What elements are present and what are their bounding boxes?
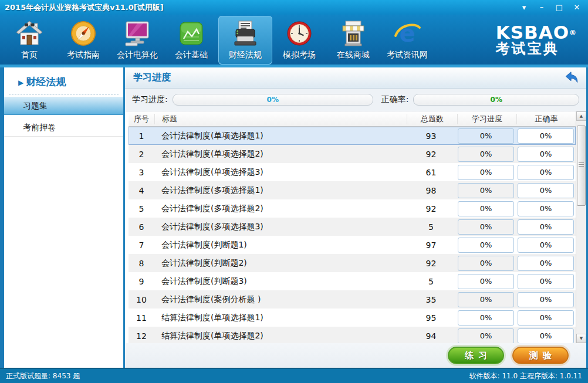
row-title: 结算法律制度(单项选择题1) [154, 313, 406, 323]
toolbar-item-label: 会计基础 [175, 50, 208, 60]
row-number: 11 [129, 313, 154, 323]
progress-table: 序号 标题 总题数 学习进度 正确率 1 会计法律制度(单项选择题1) 93 0… [129, 111, 576, 343]
row-accuracy-cell[interactable]: 0% [518, 128, 574, 144]
practice-button[interactable]: 练习 [448, 347, 504, 364]
toolbar-item-accounting-basics[interactable]: 会计基础 [164, 16, 218, 65]
table-body: 1 会计法律制度(单项选择题1) 93 0% 0% 2 会计法律制度(单项选择题… [129, 127, 576, 345]
row-title: 结算法律制度(单项选择题2) [154, 331, 406, 341]
status-version-info: 软件版本: 11.0 主程序版本: 1.0.11 [469, 371, 582, 381]
row-title: 会计法律制度(案例分析题 ) [154, 294, 406, 305]
toolbar-item-mock-exam[interactable]: 模拟考场 [272, 16, 326, 65]
row-accuracy-cell[interactable]: 0% [518, 238, 574, 253]
row-progress-cell[interactable]: 0% [458, 328, 514, 344]
status-question-count: 正式版试题量: 8453 题 [6, 371, 80, 381]
toolbar-item-home[interactable]: 首页 [2, 16, 56, 65]
row-progress-cell[interactable]: 0% [458, 219, 514, 235]
row-accuracy-cell[interactable]: 0% [518, 219, 574, 235]
row-progress-cell[interactable]: 0% [458, 310, 514, 326]
table-row[interactable]: 5 会计法律制度(多项选择题2) 92 0% 0% [129, 199, 576, 218]
main-toolbar: 首页 考试指南 [0, 15, 588, 65]
row-title: 会计法律制度(多项选择题3) [154, 222, 406, 232]
row-progress-cell[interactable]: 0% [458, 256, 514, 271]
row-progress-cell[interactable]: 0% [458, 292, 514, 307]
table-row[interactable]: 11 结算法律制度(单项选择题1) 95 0% 0% [129, 309, 576, 327]
row-progress-cell[interactable]: 0% [458, 201, 514, 216]
minimize-button[interactable]: – [535, 2, 548, 13]
table-row[interactable]: 2 会计法律制度(单项选择题2) 92 0% 0% [129, 145, 576, 163]
table-row[interactable]: 8 会计法律制度(判断题2) 92 0% 0% [129, 254, 576, 272]
row-total-questions: 61 [406, 168, 456, 177]
row-accuracy-cell[interactable]: 0% [518, 274, 574, 289]
row-total-questions: 97 [406, 240, 456, 250]
row-number: 5 [129, 204, 154, 213]
row-progress-cell[interactable]: 0% [458, 128, 514, 144]
row-number: 1 [129, 131, 154, 141]
header-no: 序号 [129, 114, 155, 124]
table-row[interactable]: 9 会计法律制度(判断题3) 5 0% 0% [129, 272, 576, 290]
row-total-questions: 35 [406, 295, 456, 304]
window-title: 2015年会计从业资格考试宝典v11.0[试用版] [0, 2, 518, 13]
row-progress-cell[interactable]: 0% [458, 238, 514, 253]
scroll-down-icon[interactable]: ▼ [576, 334, 586, 343]
table-row[interactable]: 10 会计法律制度(案例分析题 ) 35 0% 0% [129, 290, 576, 309]
table-row[interactable]: 12 结算法律制度(单项选择题2) 94 0% 0% [129, 327, 576, 345]
row-total-questions: 95 [406, 313, 456, 323]
toolbar-item-finance-regulations[interactable]: 财经法规 [218, 16, 272, 65]
toolbar-item-label: 考试资讯网 [387, 50, 428, 60]
close-button[interactable]: ✕ [570, 2, 583, 13]
toolbar-item-exam-news-site[interactable]: e 考试资讯网 [380, 16, 434, 65]
vertical-scrollbar[interactable]: ▲ ▼ [576, 111, 586, 343]
row-progress-cell[interactable]: 0% [458, 147, 514, 162]
row-accuracy-cell[interactable]: 0% [518, 256, 574, 271]
header-title: 标题 [155, 114, 407, 124]
row-accuracy-cell[interactable]: 0% [518, 201, 574, 216]
maximize-button[interactable]: □ [553, 2, 566, 13]
row-accuracy-cell[interactable]: 0% [518, 328, 574, 344]
row-number: 7 [129, 240, 154, 250]
title-bar: 2015年会计从业资格考试宝典v11.0[试用版] ▾ – □ ✕ [0, 0, 588, 15]
sidebar-item-exercise-set[interactable]: 习题集 [4, 97, 123, 115]
row-title: 会计法律制度(单项选择题1) [154, 131, 406, 141]
row-progress-cell[interactable]: 0% [458, 165, 514, 180]
row-accuracy-cell[interactable]: 0% [518, 310, 574, 326]
row-accuracy-cell[interactable]: 0% [518, 165, 574, 180]
row-accuracy-cell[interactable]: 0% [518, 147, 574, 162]
row-number: 2 [129, 150, 154, 159]
toolbar-item-exam-guide[interactable]: 考试指南 [56, 16, 110, 65]
table-row[interactable]: 1 会计法律制度(单项选择题1) 93 0% 0% [129, 127, 576, 145]
sidebar-header: ▶财经法规 [9, 67, 119, 94]
row-total-questions: 92 [406, 259, 456, 268]
table-row[interactable]: 4 会计法律制度(多项选择题1) 98 0% 0% [129, 181, 576, 199]
table-row[interactable]: 6 会计法律制度(多项选择题3) 5 0% 0% [129, 218, 576, 236]
row-title: 会计法律制度(多项选择题1) [154, 185, 406, 196]
table-row[interactable]: 3 会计法律制度(单项选择题3) 61 0% 0% [129, 163, 576, 181]
action-button-row: 练习 测验 [125, 343, 586, 368]
content-panel: 学习进度 学习进度: 0% 正确率: 0% 序号 标题 总 [125, 67, 586, 368]
accuracy-value: 0% [491, 96, 502, 104]
row-progress-cell[interactable]: 0% [458, 183, 514, 198]
logo-brand-text: KSBAO [496, 22, 569, 43]
study-progress-bar: 0% [173, 94, 373, 106]
test-button[interactable]: 测验 [512, 347, 569, 364]
triangle-arrow-icon: ▶ [18, 79, 23, 87]
row-accuracy-cell[interactable]: 0% [518, 183, 574, 198]
logo-subtitle: 考试宝典 [496, 42, 576, 56]
sidebar: ▶财经法规 习题集 考前押卷 [0, 67, 125, 368]
scroll-up-icon[interactable]: ▲ [576, 111, 586, 121]
row-progress-cell[interactable]: 0% [458, 274, 514, 289]
sidebar-item-pre-exam-papers[interactable]: 考前押卷 [4, 118, 123, 137]
table-row[interactable]: 7 会计法律制度(判断题1) 97 0% 0% [129, 236, 576, 254]
row-title: 会计法律制度(单项选择题3) [154, 167, 406, 178]
status-bar: 正式版试题量: 8453 题 软件版本: 11.0 主程序版本: 1.0.11 [0, 368, 588, 383]
row-number: 12 [129, 331, 154, 341]
toolbar-item-computerized-accounting[interactable]: 会计电算化 [110, 16, 164, 65]
skin-menu-button[interactable]: ▾ [518, 2, 530, 13]
scrollbar-thumb[interactable] [577, 126, 586, 206]
accuracy-bar: 0% [413, 94, 579, 106]
toolbar-item-online-mall[interactable]: 在线商城 [326, 16, 380, 65]
green-chart-icon [177, 19, 205, 48]
toolbar-item-label: 首页 [21, 50, 38, 60]
undo-arrow-icon[interactable] [564, 70, 586, 86]
row-accuracy-cell[interactable]: 0% [518, 292, 574, 307]
row-total-questions: 92 [406, 204, 456, 213]
